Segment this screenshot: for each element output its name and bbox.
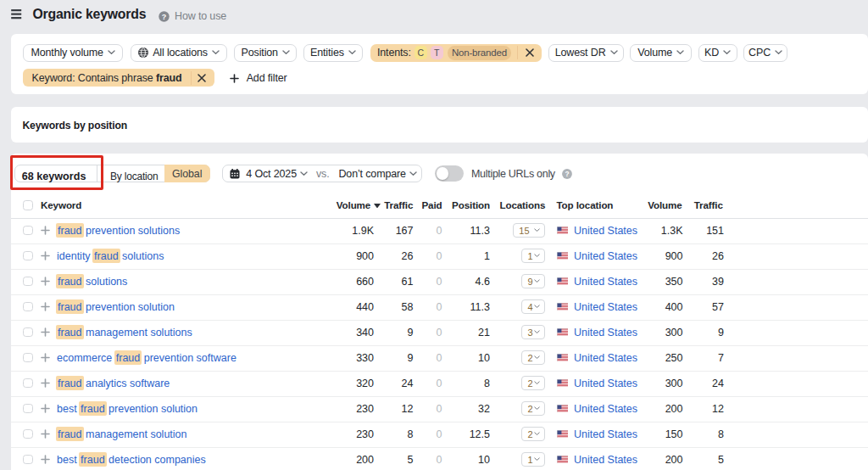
- svg-text:?: ?: [162, 12, 167, 20]
- svg-text:?: ?: [565, 170, 570, 178]
